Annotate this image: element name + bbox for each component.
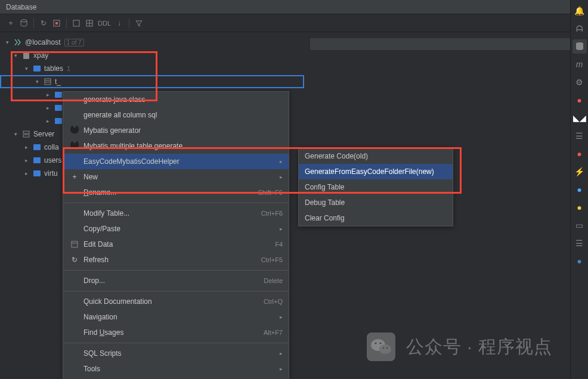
tables-label: tables [44, 64, 63, 73]
submenu-config-table[interactable]: Config Table [299, 179, 453, 195]
notifications-icon[interactable]: 🔔 [572, 4, 587, 18]
database-tool-icon[interactable] [572, 39, 587, 54]
stop-icon[interactable] [52, 18, 61, 28]
menu-refresh[interactable]: ↻RefreshCtrl+F5 [63, 252, 289, 268]
table-icon [43, 77, 52, 86]
refresh-icon: ↻ [69, 256, 80, 264]
folder-icon [32, 156, 42, 165]
maven-tool-icon[interactable]: m [572, 57, 587, 72]
panel-title: Database [6, 3, 36, 11]
tables-folder[interactable]: tables 1 [0, 62, 304, 75]
mybatis-icon [69, 143, 80, 149]
chevron-right-icon: ▸ [280, 159, 283, 164]
svg-point-20 [386, 347, 388, 349]
menu-sql-scripts[interactable]: SQL Scripts▸ [63, 346, 289, 361]
svg-rect-3 [73, 20, 79, 26]
chevron-right-icon: ▸ [280, 226, 283, 232]
menu-easycode[interactable]: EasyCodeMybatisCodeHelper▸ [63, 154, 289, 169]
table-label: t_ [55, 77, 61, 86]
menu-rename[interactable]: Rename...Shift+F6 [63, 185, 289, 200]
mybatis-icon [69, 128, 80, 133]
menu-copy-paste[interactable]: Copy/Paste▸ [63, 221, 289, 237]
colla-label: colla [44, 143, 59, 151]
svg-point-17 [375, 343, 376, 344]
server-label: Server [33, 130, 54, 138]
tool-icon-9[interactable]: ☰ [572, 236, 587, 250]
svg-point-16 [379, 344, 391, 354]
bean-icon[interactable]: ⚙ [572, 75, 587, 89]
add-icon[interactable]: + [6, 18, 16, 28]
menu-mybatis-generator[interactable]: Mybatis generator [63, 123, 289, 138]
jump-icon[interactable] [72, 18, 81, 28]
detail-placeholder [310, 38, 582, 50]
refresh-toolbar-icon[interactable]: ↻ [39, 18, 48, 28]
easycode-submenu: Generate Code(old) GenerateFromEasyCodeF… [298, 148, 453, 226]
menu-quick-doc[interactable]: Quick DocumentationCtrl+Q [63, 294, 289, 309]
folder-icon [54, 116, 63, 126]
svg-point-0 [21, 20, 27, 22]
menu-import-export[interactable]: Import/Export▸ [63, 377, 289, 379]
collapse-icon[interactable]: ↓ [114, 18, 124, 28]
menu-navigation[interactable]: Navigation▸ [63, 309, 289, 325]
ai-icon[interactable]: ᗩ [572, 21, 587, 36]
tool-icon-1[interactable]: ● [572, 93, 587, 107]
menu-tools[interactable]: Tools▸ [63, 361, 289, 377]
submenu-clear-config[interactable]: Clear Config [299, 210, 453, 226]
tool-icon-7[interactable]: ● [572, 200, 587, 215]
menu-modify-table[interactable]: Modify Table...Ctrl+F6 [63, 206, 289, 221]
tool-icon-2[interactable]: ◣◢ [572, 111, 587, 125]
server-icon [21, 129, 31, 139]
plus-icon: + [69, 173, 80, 181]
chevron-right-icon: ▸ [280, 350, 283, 356]
schema-label: xpay [33, 51, 48, 60]
filter-icon[interactable] [134, 18, 144, 28]
submenu-generate-new[interactable]: GenerateFromEasyCodeFolderFile(new) [299, 164, 453, 179]
datasource-node[interactable]: @localhost 1 of 7 [0, 36, 304, 49]
tool-icon-4[interactable]: ● [572, 147, 587, 161]
users-label: users [44, 156, 61, 164]
tool-icon-10[interactable]: ● [572, 254, 587, 268]
grid-icon[interactable] [85, 18, 94, 28]
svg-point-19 [383, 347, 384, 349]
toolbar: + ↻ DDL ↓ [0, 14, 588, 32]
folder-icon [32, 64, 42, 73]
watermark: 公众号 · 程序视点 [367, 333, 552, 361]
virtu-label: virtu [44, 169, 58, 178]
menu-edit-data[interactable]: Edit DataF4 [63, 237, 289, 252]
schema-icon [21, 51, 31, 60]
menu-drop[interactable]: Drop...Delete [63, 273, 289, 288]
watermark-text: 公众号 · 程序视点 [406, 335, 552, 359]
menu-new[interactable]: +New▸ [63, 169, 289, 185]
menu-find-usages[interactable]: Find UsagesAlt+F7 [63, 325, 289, 340]
svg-rect-7 [45, 79, 51, 85]
svg-point-15 [371, 339, 385, 351]
svg-rect-11 [23, 135, 29, 137]
svg-rect-12 [72, 241, 78, 247]
chevron-right-icon: ▸ [280, 314, 283, 320]
menu-generate-sql[interactable]: generate all column sql [63, 107, 289, 123]
table-node-selected[interactable]: t_ [0, 75, 304, 88]
wechat-icon [367, 333, 395, 361]
tables-count: 1 [67, 65, 70, 72]
submenu-generate-old[interactable]: Generate Code(old) [299, 148, 453, 164]
chevron-right-icon: ▸ [280, 174, 283, 180]
menu-generate-java[interactable]: generate java class [63, 92, 289, 107]
ddl-button[interactable]: DDL [98, 20, 111, 27]
tool-icon-3[interactable]: ☰ [572, 129, 587, 143]
folder-icon [54, 90, 63, 100]
tool-icon-5[interactable]: ⚡ [572, 164, 587, 179]
folder-icon [32, 142, 42, 152]
right-tool-sidebar: 🔔 ᗩ m ⚙ ● ◣◢ ☰ ● ⚡ ● ● ▭ ☰ ● [570, 0, 588, 379]
folder-icon [32, 169, 42, 178]
submenu-debug-table[interactable]: Debug Table [299, 195, 453, 210]
tool-icon-6[interactable]: ● [572, 182, 587, 197]
table-icon [69, 241, 80, 248]
datasource-badge: 1 of 7 [64, 39, 84, 46]
schema-node[interactable]: xpay [0, 49, 304, 62]
folder-icon [54, 103, 63, 113]
svg-point-18 [379, 343, 381, 344]
tool-icon-8[interactable]: ▭ [572, 218, 587, 232]
menu-mybatis-multi[interactable]: Mybatis multiple table generate [63, 138, 289, 154]
svg-rect-10 [23, 131, 29, 133]
datasource-icon[interactable] [19, 18, 29, 28]
